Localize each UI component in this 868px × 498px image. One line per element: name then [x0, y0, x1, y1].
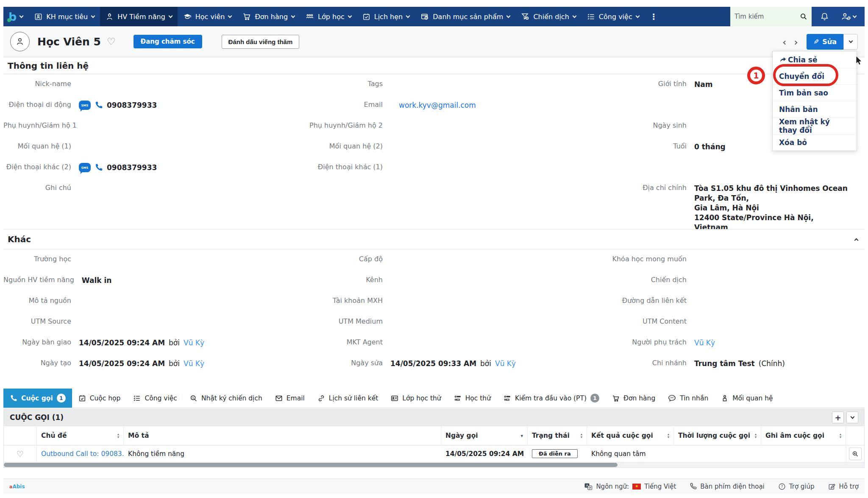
menu-item-share[interactable]: Chia sẻ: [773, 51, 857, 68]
tab-email[interactable]: Email: [269, 389, 311, 408]
nav-item-hv-tiem-nang[interactable]: HV Tiềm năng: [100, 7, 178, 26]
column-header-duration[interactable]: Thời lượng cuộc gọi▴▾: [674, 426, 761, 445]
sms-icon[interactable]: SMS: [79, 163, 91, 172]
tab-cuoc-hop[interactable]: Cuộc họp: [72, 389, 127, 408]
section-title: Khác: [8, 234, 31, 244]
tab-kiem-tra-dau-vao[interactable]: Kiểm tra đầu vào (PT) 1: [497, 389, 606, 408]
mark-visit-button[interactable]: Đánh dấu viếng thăm: [222, 35, 300, 49]
graduation-cap-icon: [183, 12, 192, 21]
row-favorite-heart-icon[interactable]: ♡: [4, 445, 37, 462]
footer-logo[interactable]: a Abis: [9, 484, 25, 490]
brand-icon: b: [8, 11, 17, 22]
support-label: Hỗ trợ: [839, 483, 859, 490]
person-link[interactable]: Vũ Kỳ: [184, 359, 204, 369]
menu-item-delete[interactable]: Xóa bỏ: [773, 134, 857, 151]
cart-icon: [612, 394, 620, 402]
field-label: Phụ huynh/Giám hộ 2: [293, 121, 383, 129]
nav-item-chien-dich[interactable]: Chiến dịch: [515, 7, 581, 26]
table-header-row: Chủ đề▴▾ Mô tả Ngày gọi▾ Trạng thái▴▾ Kế…: [4, 426, 864, 445]
help-link[interactable]: ? Trợ giúp: [778, 483, 815, 490]
phone-call-icon[interactable]: [95, 163, 103, 172]
call-description: Không tiềm năng: [124, 450, 441, 458]
nav-item-label: Lớp học: [318, 13, 345, 21]
menu-item-label: Nhân bản: [779, 105, 818, 114]
call-subject-link[interactable]: Outbound Call to: 09083...: [37, 450, 124, 458]
chevron-down-icon: [572, 14, 576, 18]
search-icon[interactable]: [800, 13, 807, 20]
column-header-status[interactable]: Trạng thái▴▾: [528, 426, 587, 445]
menu-item-convert[interactable]: Chuyển đổi: [773, 68, 857, 84]
tab-moi-quan-he[interactable]: Mối quan hệ: [715, 389, 779, 408]
status-badge[interactable]: Đang chăm sóc: [134, 35, 202, 48]
field-value: Vũ Kỳ: [694, 338, 715, 348]
avatar: [10, 32, 30, 51]
sms-icon[interactable]: SMS: [79, 101, 91, 110]
column-actions: [846, 426, 864, 445]
menu-item-clone[interactable]: Nhân bản: [773, 101, 857, 118]
tab-cuoc-goi[interactable]: Cuộc gọi 1: [3, 389, 72, 408]
person-link[interactable]: Vũ Kỳ: [694, 338, 715, 348]
column-header-recording[interactable]: Ghi âm cuộc gọi▴▾: [761, 426, 846, 445]
search-input[interactable]: [734, 13, 797, 20]
field-value: SMS 0908379933: [79, 101, 157, 110]
edit-button[interactable]: ✎ Sửa: [807, 34, 843, 50]
by-word: bởi: [169, 359, 180, 369]
tab-label: Mối quan hệ: [732, 394, 773, 402]
zoom-view-button[interactable]: [849, 448, 862, 460]
user-menu[interactable]: [841, 12, 856, 21]
nav-item-lop-hoc[interactable]: Lớp học: [300, 7, 357, 26]
field-row: Ghi chú Địa chỉ chính Tòa S1.05 khu đô t…: [3, 178, 865, 232]
column-header-subject[interactable]: Chủ đề▴▾: [37, 426, 124, 445]
support-link[interactable]: Hỗ trợ: [828, 483, 859, 490]
tab-lich-su-lien-ket[interactable]: Lịch sử liên kết: [311, 389, 385, 408]
dialpad-link[interactable]: Bàn phím điện thoại: [690, 483, 764, 490]
collapse-section-button[interactable]: [855, 237, 860, 242]
chevron-down-icon: [853, 14, 857, 18]
bell-icon[interactable]: [820, 12, 829, 21]
nav-item-hoc-vien[interactable]: Học viên: [178, 7, 237, 26]
tab-hoc-thu[interactable]: Học thử: [448, 389, 497, 408]
column-label: Thời lượng cuộc gọi: [678, 432, 750, 439]
table-collapse-button[interactable]: [846, 411, 858, 423]
tab-don-hang[interactable]: Đơn hàng: [606, 389, 662, 408]
nav-item-kh-muc-tieu[interactable]: KH mục tiêu: [29, 7, 100, 26]
prev-record-button[interactable]: [782, 36, 788, 48]
person-link[interactable]: Vũ Kỳ: [495, 359, 516, 369]
tab-lop-hoc-thu[interactable]: Lớp học thử: [384, 389, 447, 408]
user-gear-icon: [841, 12, 851, 21]
email-link[interactable]: work.kyv@gmail.com: [399, 101, 476, 110]
favorite-heart-icon[interactable]: ♡: [107, 37, 116, 47]
edit-dropdown-toggle[interactable]: [843, 34, 858, 50]
next-record-button[interactable]: [792, 36, 798, 48]
menu-item-find-duplicate[interactable]: Tìm bản sao: [773, 84, 857, 101]
app-logo[interactable]: b: [3, 7, 29, 26]
sms-bubble-icon: SMS: [668, 394, 676, 402]
chevron-down-icon: [506, 14, 511, 18]
tab-cong-viec[interactable]: Công việc: [127, 389, 183, 408]
search-dollar-icon: $: [190, 394, 198, 402]
field-label: Chiến dịch: [582, 276, 687, 284]
scrollbar-thumb[interactable]: [4, 463, 618, 467]
person-link[interactable]: Vũ Kỳ: [184, 338, 204, 348]
nav-item-cong-viec[interactable]: Công việc: [581, 7, 645, 26]
menu-item-view-log[interactable]: Xem nhật ký thay đổi: [773, 118, 857, 134]
column-header-result[interactable]: Kết quả cuộc gọi▴▾: [587, 426, 674, 445]
language-switcher[interactable]: A Ngôn ngữ: ★ Tiếng Việt: [584, 483, 676, 490]
column-label: Kết quả cuộc gọi: [591, 432, 653, 439]
nav-item-label: Học viên: [195, 13, 225, 21]
nav-more-menu[interactable]: ⋮: [645, 7, 663, 26]
add-call-button[interactable]: +: [832, 411, 844, 423]
phone-call-icon[interactable]: [95, 101, 103, 109]
tab-tin-nhan[interactable]: SMS Tin nhắn: [662, 389, 715, 408]
field-label: Địa chỉ chính: [582, 184, 687, 192]
tab-nhat-ky-chien-dich[interactable]: $ Nhật ký chiến dịch: [184, 389, 269, 408]
nav-item-lich-hen[interactable]: Lịch hẹn: [357, 7, 415, 26]
menu-item-label: Xóa bỏ: [779, 138, 807, 147]
nav-item-danh-muc-san-pham[interactable]: Danh mục sản phẩm: [415, 7, 515, 26]
column-header-call-date[interactable]: Ngày gọi▾: [441, 426, 528, 445]
nav-item-don-hang[interactable]: Đơn hàng: [237, 7, 300, 26]
nav-item-label: KH mục tiêu: [46, 13, 88, 21]
sort-icon: ▴▾: [755, 433, 757, 439]
chevron-down-icon: [91, 14, 95, 18]
column-header-description[interactable]: Mô tả: [124, 426, 441, 445]
